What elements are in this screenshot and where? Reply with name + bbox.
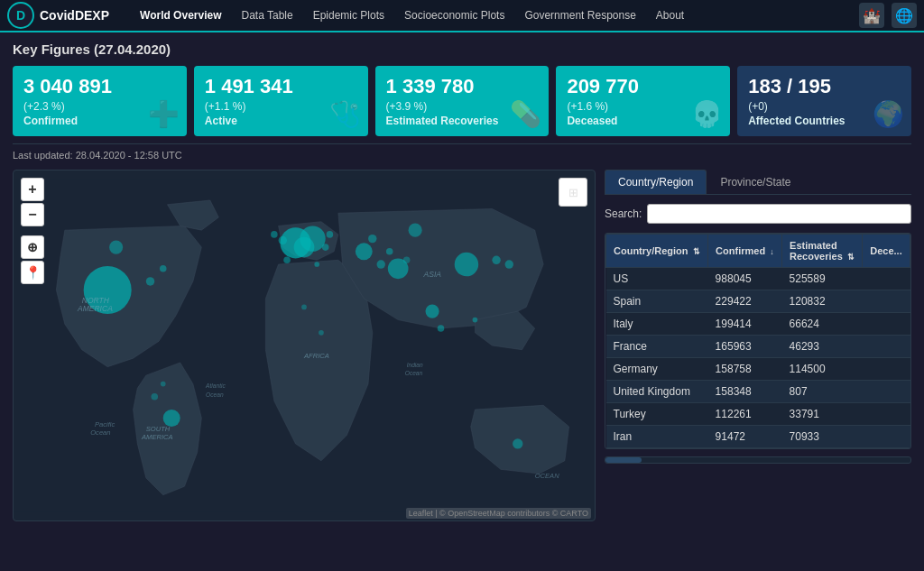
zoom-out-button[interactable]: − [21,203,44,226]
search-bar: Search: [605,200,911,227]
brand-logo: D [7,2,34,29]
nav-links: World Overview Data Table Epidemic Plots… [131,4,859,27]
map-container: + − ⊕ 📍 ⊞ [13,170,596,521]
svg-text:Ocean: Ocean [90,429,110,437]
col-confirmed[interactable]: Confirmed ↓ [708,235,782,268]
table-row[interactable]: US 988045 525589 [606,268,910,290]
nav-world-overview[interactable]: World Overview [131,4,230,27]
cell-country: US [606,268,708,290]
cell-deceased [863,403,910,426]
search-input[interactable] [647,204,911,224]
cell-recoveries: 120832 [782,290,863,313]
tab-country-region[interactable]: Country/Region [605,170,707,194]
nav-epidemic-plots[interactable]: Epidemic Plots [304,4,393,27]
table-row[interactable]: Iran 91472 70933 [606,426,910,448]
svg-text:AFRICA: AFRICA [303,353,329,361]
map-attribution: Leaflet | © OpenStreetMap contributors ©… [406,508,591,519]
zoom-in-button[interactable]: + [21,178,44,201]
cell-country: France [606,336,708,358]
table-row[interactable]: Turkey 112261 33791 [606,403,910,426]
deceased-icon: 💀 [691,99,723,129]
nav-about[interactable]: About [647,4,693,27]
active-icon: 🩺 [329,99,361,129]
svg-text:Ocean: Ocean [405,371,423,377]
deceased-number: 209 770 [567,75,719,98]
brand-name: CovidDEXP [40,8,109,23]
table-panel: Country/Region Province/State Search: Co… [605,170,911,521]
pin-button[interactable]: 📍 [21,261,44,284]
horizontal-scrollbar[interactable] [605,456,911,464]
tab-province-state[interactable]: Province/State [707,170,804,194]
card-countries: 183 / 195 (+0) Affected Countries 🌍 [737,66,911,136]
svg-text:NORTH: NORTH [82,296,110,305]
svg-point-29 [279,236,287,244]
world-map-svg: NORTH AMERICA SOUTH AMERICA AFRICA ASIA … [14,170,595,520]
svg-point-14 [492,256,500,264]
col-recoveries[interactable]: EstimatedRecoveries ⇅ [782,235,863,268]
cell-recoveries: 66624 [782,313,863,336]
cell-recoveries: 46293 [782,336,863,358]
svg-point-31 [377,261,385,269]
recoveries-number: 1 339 780 [386,75,539,98]
table-row[interactable]: Spain 229422 120832 [606,290,910,313]
cell-deceased [863,426,910,448]
cell-confirmed: 165963 [708,336,782,358]
table-row[interactable]: France 165963 46293 [606,336,910,358]
svg-point-4 [294,237,315,258]
cell-country: Italy [606,313,708,336]
card-deceased: 209 770 (+1.6 %) Deceased 💀 [556,66,730,136]
nav-government-response[interactable]: Government Response [515,4,644,27]
table-wrapper[interactable]: Country/Region ⇅ Confirmed ↓ EstimatedRe… [605,233,911,449]
nav-socioeconomic-plots[interactable]: Socioeconomic Plots [395,4,513,27]
cell-recoveries: 525589 [782,268,863,290]
cell-country: Spain [606,290,708,313]
col-deceased[interactable]: Dece... [863,235,910,268]
key-figures-title: Key Figures (27.04.2020) [13,41,911,57]
svg-text:Indian: Indian [407,362,423,368]
countries-number: 183 / 195 [748,75,901,98]
card-confirmed: 3 040 891 (+2.3 %) Confirmed ➕ [13,66,187,136]
confirmed-number: 3 040 891 [23,75,176,98]
cell-deceased [863,313,910,336]
brand: D CovidDEXP [7,2,109,29]
cell-country: Iran [606,426,708,448]
svg-point-28 [271,231,278,238]
nav-data-table[interactable]: Data Table [233,4,302,27]
svg-text:AMERICA: AMERICA [77,305,113,314]
scrollbar-thumb [605,457,642,463]
svg-point-27 [161,382,166,387]
reset-view-button[interactable]: ⊕ [21,235,44,259]
col-country[interactable]: Country/Region ⇅ [606,235,708,268]
cell-recoveries: 807 [782,381,863,403]
tab-bar: Country/Region Province/State [605,170,911,195]
cell-confirmed: 988045 [708,268,782,290]
cell-confirmed: 199414 [708,313,782,336]
table-row[interactable]: United Kingdom 158348 807 [606,381,910,403]
stat-cards: 3 040 891 (+2.3 %) Confirmed ➕ 1 491 341… [13,66,911,136]
nav-right-icons: 🏰 🌐 [859,3,917,28]
table-row[interactable]: Italy 199414 66624 [606,313,910,336]
cell-country: Germany [606,358,708,381]
cell-country: Turkey [606,403,708,426]
svg-text:Pacific: Pacific [95,420,115,428]
svg-point-10 [409,224,422,237]
svg-text:Atlantic: Atlantic [205,383,226,390]
brand-logo-letter: D [16,8,25,23]
cell-confirmed: 112261 [708,403,782,426]
svg-text:OCEAN: OCEAN [535,472,559,480]
svg-point-26 [151,393,158,401]
svg-point-30 [327,231,334,238]
svg-point-18 [160,265,167,272]
map-layers-button[interactable]: ⊞ [559,178,587,207]
cell-confirmed: 158758 [708,358,782,381]
svg-text:Ocean: Ocean [206,391,224,398]
svg-point-32 [403,257,411,264]
cell-confirmed: 91472 [708,426,782,448]
svg-text:AMERICA: AMERICA [141,434,172,442]
table-row[interactable]: Germany 158758 114500 [606,358,910,381]
svg-point-25 [319,330,324,336]
cell-deceased [863,358,910,381]
svg-text:SOUTH: SOUTH [146,425,171,433]
card-recoveries: 1 339 780 (+3.9 %) Estimated Recoveries … [375,66,550,136]
bottom-area: + − ⊕ 📍 ⊞ [13,170,911,521]
